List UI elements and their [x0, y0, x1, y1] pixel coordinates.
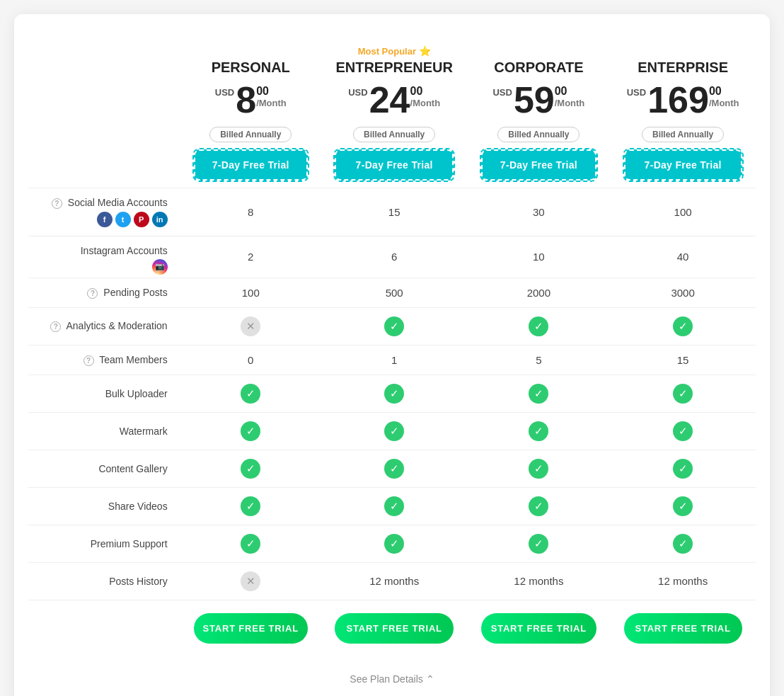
- history-corporate: 12 months: [467, 562, 610, 600]
- x-icon-analytics-personal: ✕: [241, 316, 260, 336]
- currency-corporate: USD: [492, 87, 512, 98]
- help-icon-social[interactable]: ?: [52, 198, 62, 209]
- watermark-corporate: ✓: [467, 412, 610, 450]
- watermark-entrepreneur: ✓: [321, 412, 468, 450]
- team-enterprise: 15: [610, 345, 756, 375]
- team-personal: 0: [180, 345, 321, 375]
- row-content-gallery: Content Gallery ✓ ✓ ✓ ✓: [28, 450, 756, 487]
- price-main-personal: 8: [236, 81, 256, 118]
- currency-personal: USD: [215, 87, 234, 98]
- support-corporate: ✓: [467, 525, 610, 562]
- check-icon-support-personal: ✓: [241, 534, 260, 554]
- bulk-personal: ✓: [180, 375, 321, 412]
- help-icon-pending[interactable]: ?: [87, 288, 98, 299]
- start-btn-personal[interactable]: START FREE TRIAL: [194, 613, 308, 644]
- help-icon-team[interactable]: ?: [83, 355, 94, 366]
- plan-header-entrepreneur: Most Popular ⭐ ENTREPRENEUR USD 24 00 /M…: [321, 35, 468, 188]
- price-cents-corporate: 00: [555, 84, 567, 98]
- videos-enterprise: ✓: [610, 487, 756, 525]
- trial-btn-enterprise[interactable]: 7-Day Free Trial: [624, 149, 742, 181]
- instagram-icon: 📷: [152, 259, 168, 275]
- social-enterprise: 100: [610, 188, 756, 236]
- start-cell-personal: START FREE TRIAL: [180, 600, 321, 656]
- price-block-personal: USD 8 00 /Month: [188, 81, 314, 118]
- start-cell-entrepreneur: START FREE TRIAL: [321, 600, 468, 656]
- trial-btn-entrepreneur[interactable]: 7-Day Free Trial: [335, 149, 454, 181]
- price-main-corporate: 59: [514, 81, 555, 118]
- watermark-personal: ✓: [180, 412, 321, 450]
- label-team-members: ? Team Members: [28, 345, 180, 375]
- check-icon-videos-corporate: ✓: [529, 496, 548, 516]
- row-watermark: Watermark ✓ ✓ ✓ ✓: [28, 412, 756, 450]
- pricing-wrapper: PERSONAL USD 8 00 /Month Billed Annually…: [14, 14, 770, 696]
- row-start-trial: START FREE TRIAL START FREE TRIAL START …: [28, 600, 756, 656]
- team-entrepreneur: 1: [321, 345, 468, 375]
- support-enterprise: ✓: [610, 525, 756, 562]
- billed-personal: Billed Annually: [209, 127, 292, 142]
- label-posts-history: Posts History: [28, 562, 180, 600]
- social-personal: 8: [180, 188, 321, 236]
- check-icon-videos-entrepreneur: ✓: [384, 496, 404, 516]
- videos-entrepreneur: ✓: [321, 487, 468, 525]
- label-instagram: Instagram Accounts 📷: [28, 236, 180, 278]
- social-corporate: 30: [467, 188, 610, 236]
- row-pending-posts: ? Pending Posts 100 500 2000 3000: [28, 278, 756, 307]
- check-icon-analytics-entrepreneur: ✓: [384, 316, 404, 336]
- check-icon-bulk-enterprise: ✓: [673, 384, 693, 404]
- check-icon-support-enterprise: ✓: [673, 534, 693, 554]
- social-icons: f t P in: [28, 212, 168, 227]
- pending-enterprise: 3000: [610, 278, 756, 307]
- instagram-entrepreneur: 6: [321, 236, 468, 278]
- check-icon-videos-personal: ✓: [241, 496, 260, 516]
- gallery-personal: ✓: [180, 450, 321, 487]
- help-icon-analytics[interactable]: ?: [50, 321, 61, 332]
- analytics-personal: ✕: [180, 307, 321, 345]
- check-icon-gallery-enterprise: ✓: [673, 459, 693, 479]
- label-content-gallery: Content Gallery: [28, 450, 180, 487]
- price-cents-personal: 00: [256, 84, 269, 98]
- label-premium-support: Premium Support: [28, 525, 180, 562]
- billed-entrepreneur: Billed Annually: [353, 127, 435, 142]
- billed-enterprise: Billed Annually: [642, 127, 724, 142]
- instagram-corporate: 10: [467, 236, 610, 278]
- check-icon-bulk-corporate: ✓: [529, 384, 548, 404]
- instagram-icon-row: 📷: [28, 259, 168, 275]
- trial-btn-personal[interactable]: 7-Day Free Trial: [194, 149, 308, 181]
- support-entrepreneur: ✓: [321, 525, 468, 562]
- pending-personal: 100: [180, 278, 321, 307]
- team-corporate: 5: [467, 345, 610, 375]
- start-btn-entrepreneur[interactable]: START FREE TRIAL: [335, 613, 454, 644]
- check-icon-analytics-corporate: ✓: [529, 316, 548, 336]
- price-cents-enterprise: 00: [709, 84, 722, 98]
- see-plan-details[interactable]: See Plan Details ⌃: [28, 673, 756, 685]
- row-team-members: ? Team Members 0 1 5 15: [28, 345, 756, 375]
- label-share-videos: Share Videos: [28, 487, 180, 525]
- pricing-table: PERSONAL USD 8 00 /Month Billed Annually…: [28, 35, 756, 656]
- bulk-enterprise: ✓: [610, 375, 756, 412]
- trial-btn-corporate[interactable]: 7-Day Free Trial: [481, 149, 597, 181]
- currency-enterprise: USD: [627, 87, 646, 98]
- pending-corporate: 2000: [467, 278, 610, 307]
- plan-header-corporate: CORPORATE USD 59 00 /Month Billed Annual…: [467, 35, 610, 188]
- gallery-enterprise: ✓: [610, 450, 756, 487]
- analytics-corporate: ✓: [467, 307, 610, 345]
- billed-corporate: Billed Annually: [497, 127, 580, 142]
- label-analytics: ? Analytics & Moderation: [28, 307, 180, 345]
- price-main-entrepreneur: 24: [369, 81, 410, 118]
- start-btn-enterprise[interactable]: START FREE TRIAL: [624, 613, 742, 644]
- gallery-entrepreneur: ✓: [321, 450, 468, 487]
- videos-corporate: ✓: [467, 487, 610, 525]
- check-icon-bulk-entrepreneur: ✓: [384, 384, 404, 404]
- bulk-entrepreneur: ✓: [321, 375, 468, 412]
- start-btn-corporate[interactable]: START FREE TRIAL: [481, 613, 597, 644]
- plan-name-corporate: CORPORATE: [474, 59, 603, 76]
- row-posts-history: Posts History ✕ 12 months 12 months 12 m…: [28, 562, 756, 600]
- bulk-corporate: ✓: [467, 375, 610, 412]
- plan-name-entrepreneur: ENTREPRENEUR: [328, 59, 461, 76]
- plan-name-enterprise: ENTERPRISE: [617, 59, 749, 76]
- price-block-enterprise: USD 169 00 /Month: [617, 81, 749, 118]
- history-personal: ✕: [180, 562, 321, 600]
- row-premium-support: Premium Support ✓ ✓ ✓ ✓: [28, 525, 756, 562]
- plan-header-personal: PERSONAL USD 8 00 /Month Billed Annually…: [180, 35, 321, 188]
- start-cell-corporate: START FREE TRIAL: [467, 600, 610, 656]
